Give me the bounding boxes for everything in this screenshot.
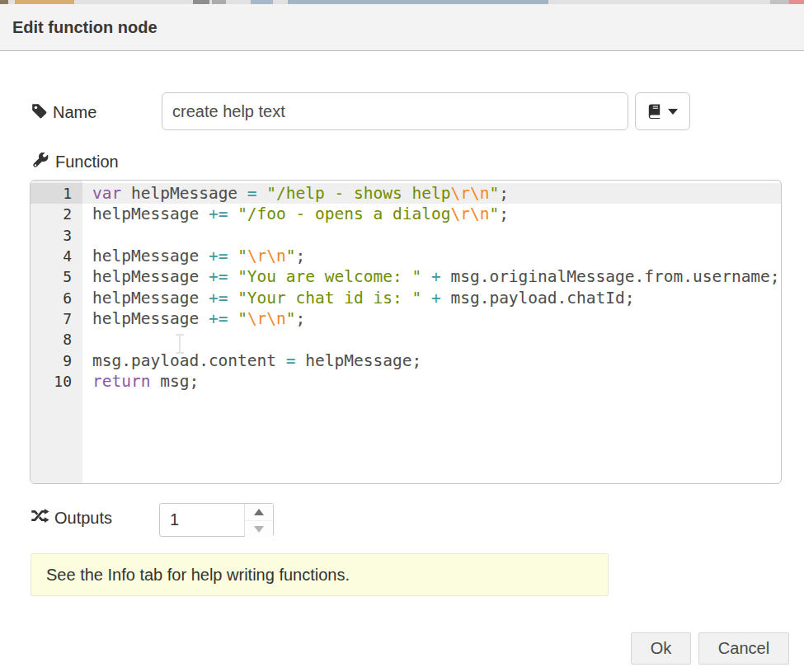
library-button[interactable] xyxy=(635,92,690,130)
gutter-line-number: 6 xyxy=(31,288,82,308)
screen: Edit function node Name xyxy=(0,0,804,672)
spinner-down-button[interactable] xyxy=(245,520,273,537)
gutter-line-number: 4 xyxy=(31,246,82,266)
spinner-up-button[interactable] xyxy=(245,504,273,519)
code-line[interactable] xyxy=(82,225,781,246)
gutter-line-number: 1 xyxy=(31,183,82,204)
spinner-buttons xyxy=(244,504,273,536)
gutter-line-number: 5 xyxy=(31,266,82,287)
gutter-line-number: 8 xyxy=(31,329,82,350)
wrench-icon xyxy=(33,153,49,169)
code-line[interactable]: msg.payload.content = helpMessage; xyxy=(82,350,781,371)
gutter-line-number: 7 xyxy=(31,308,82,329)
tag-icon xyxy=(31,103,48,120)
outputs-spinner xyxy=(159,503,274,537)
outputs-label: Outputs xyxy=(54,508,112,528)
code-line[interactable]: helpMessage += "/foo - opens a dialog\r\… xyxy=(82,204,781,224)
gutter-line-number: 10 xyxy=(31,371,82,392)
code-line[interactable]: return msg; xyxy=(82,371,781,392)
code-lines[interactable]: var helpMessage = "/help - shows help\r\… xyxy=(82,181,781,483)
arrow-down-icon xyxy=(254,526,264,533)
arrow-up-icon xyxy=(254,509,264,515)
shuffle-icon xyxy=(31,509,48,525)
gutter-line-number: 2 xyxy=(31,204,82,224)
dialog-header: Edit function node xyxy=(0,4,804,51)
edit-function-node-dialog: Edit function node Name xyxy=(0,4,804,672)
dialog-title: Edit function node xyxy=(12,4,158,51)
info-tip: See the Info tab for help writing functi… xyxy=(31,553,609,596)
caret-down-icon xyxy=(668,109,678,115)
code-line[interactable]: var helpMessage = "/help - shows help\r\… xyxy=(82,183,781,204)
name-input[interactable] xyxy=(162,92,628,130)
code-line[interactable]: helpMessage += "Your chat id is: " + msg… xyxy=(82,288,781,308)
function-code-editor[interactable]: 12345678910 var helpMessage = "/help - s… xyxy=(30,180,782,484)
code-line[interactable]: helpMessage += "\r\n"; xyxy=(82,246,781,266)
info-tip-text: See the Info tab for help writing functi… xyxy=(46,566,350,585)
gutter-line-number: 3 xyxy=(31,225,82,246)
name-label: Name xyxy=(53,102,96,122)
ibeam-pointer xyxy=(175,334,185,354)
outputs-input[interactable] xyxy=(160,504,245,536)
gutter-numbers: 12345678910 xyxy=(31,181,82,483)
cancel-button[interactable]: Cancel xyxy=(698,632,789,665)
code-line[interactable] xyxy=(82,329,781,350)
gutter-line-number: 9 xyxy=(31,350,82,371)
code-line[interactable]: helpMessage += "You are welcome: " + msg… xyxy=(82,266,781,287)
book-icon xyxy=(647,104,662,119)
code-line[interactable]: helpMessage += "\r\n"; xyxy=(82,308,781,329)
function-label: Function xyxy=(55,152,119,172)
ok-button[interactable]: Ok xyxy=(631,632,691,665)
